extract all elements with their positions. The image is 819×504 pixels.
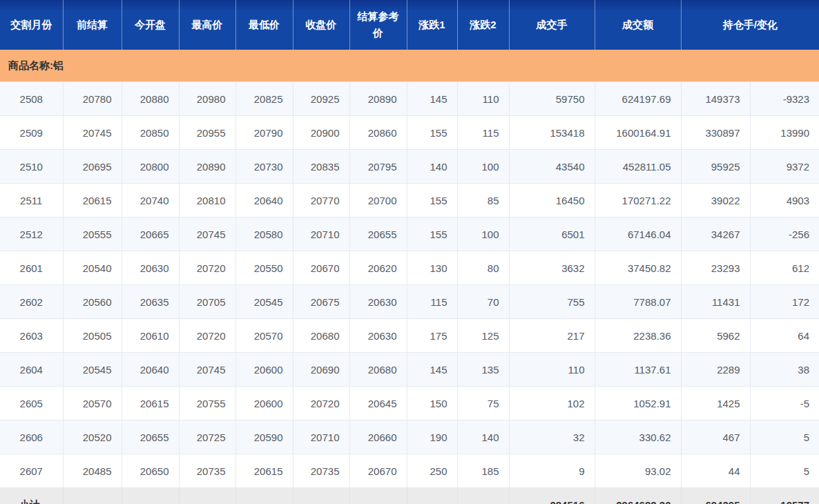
cell-month: 2602 xyxy=(0,285,63,319)
cell-change2: 140 xyxy=(457,420,509,454)
table-row: 2510206952080020890207302083520795140100… xyxy=(0,150,819,184)
cell-high: 20955 xyxy=(179,116,235,150)
cell-prev-settle: 20570 xyxy=(63,387,122,420)
cell-month: 2509 xyxy=(0,116,63,150)
cell-turnover: 170271.22 xyxy=(595,184,681,217)
cell-open-interest: 149373 xyxy=(681,82,750,116)
cell-change2: 100 xyxy=(457,150,509,184)
cell-change2: 185 xyxy=(457,454,509,488)
subtotal-empty-cell xyxy=(407,488,457,504)
table-row: 2601205402063020720205502067020620130803… xyxy=(0,251,819,285)
subtotal-empty-cell xyxy=(235,488,293,504)
cell-settle-ref: 20890 xyxy=(349,82,407,116)
cell-change1: 155 xyxy=(407,116,457,150)
table-body: 商品名称:铝 250820780208802098020825209252089… xyxy=(0,50,819,488)
cell-open: 20640 xyxy=(122,353,179,387)
cell-open: 20850 xyxy=(122,116,179,150)
commodity-name-label: 商品名称:铝 xyxy=(0,50,819,82)
cell-prev-settle: 20545 xyxy=(63,353,122,387)
cell-low: 20600 xyxy=(235,387,293,420)
cell-change1: 115 xyxy=(407,285,457,319)
cell-prev-settle: 20695 xyxy=(63,150,122,184)
cell-change2: 135 xyxy=(457,353,509,387)
cell-oi-change: -5 xyxy=(750,387,819,420)
table-header-row: 交割月份前结算今开盘最高价最低价收盘价结算参考价涨跌1涨跌2成交手成交额持仓手/… xyxy=(0,0,819,50)
cell-volume: 6501 xyxy=(509,217,595,251)
cell-oi-change: 4903 xyxy=(750,184,819,217)
col-header-turnover: 成交额 xyxy=(595,0,681,50)
col-header-open: 今开盘 xyxy=(122,0,179,50)
cell-open-interest: 95925 xyxy=(681,150,750,184)
subtotal-empty-cell xyxy=(179,488,235,504)
cell-change2: 85 xyxy=(457,184,509,217)
cell-month: 2512 xyxy=(0,217,63,251)
cell-low: 20730 xyxy=(235,150,293,184)
cell-month: 2604 xyxy=(0,353,63,387)
cell-open-interest: 39022 xyxy=(681,184,750,217)
subtotal-empty-cell xyxy=(122,488,179,504)
cell-month: 2603 xyxy=(0,319,63,353)
col-header-open-interest: 持仓手/变化 xyxy=(681,0,819,50)
cell-open: 20630 xyxy=(122,251,179,285)
cell-high: 20755 xyxy=(179,387,235,420)
cell-volume: 16450 xyxy=(509,184,595,217)
cell-change1: 145 xyxy=(407,353,457,387)
cell-prev-settle: 20520 xyxy=(63,420,122,454)
cell-high: 20735 xyxy=(179,454,235,488)
futures-quote-panel: 交割月份前结算今开盘最高价最低价收盘价结算参考价涨跌1涨跌2成交手成交额持仓手/… xyxy=(0,0,819,504)
table-row: 2508207802088020980208252092520890145110… xyxy=(0,82,819,116)
cell-month: 2508 xyxy=(0,82,63,116)
cell-close: 20925 xyxy=(293,82,349,116)
col-header-prev-settle: 前结算 xyxy=(63,0,122,50)
cell-open-interest: 330897 xyxy=(681,116,750,150)
col-header-month: 交割月份 xyxy=(0,0,63,50)
cell-oi-change: 64 xyxy=(750,319,819,353)
cell-settle-ref: 20620 xyxy=(349,251,407,285)
cell-change2: 80 xyxy=(457,251,509,285)
cell-high: 20725 xyxy=(179,420,235,454)
cell-oi-change: 9372 xyxy=(750,150,819,184)
cell-prev-settle: 20485 xyxy=(63,454,122,488)
cell-open: 20610 xyxy=(122,319,179,353)
cell-settle-ref: 20700 xyxy=(349,184,407,217)
cell-close: 20720 xyxy=(293,387,349,420)
cell-high: 20980 xyxy=(179,82,235,116)
cell-volume: 3632 xyxy=(509,251,595,285)
cell-open-interest: 23293 xyxy=(681,251,750,285)
cell-month: 2511 xyxy=(0,184,63,217)
cell-high: 20810 xyxy=(179,184,235,217)
cell-open-interest: 44 xyxy=(681,454,750,488)
cell-close: 20670 xyxy=(293,251,349,285)
table-row: 2512205552066520745205802071020655155100… xyxy=(0,217,819,251)
cell-change2: 75 xyxy=(457,387,509,420)
cell-month: 2607 xyxy=(0,454,63,488)
cell-volume: 9 xyxy=(509,454,595,488)
col-header-high: 最高价 xyxy=(179,0,235,50)
cell-change1: 155 xyxy=(407,217,457,251)
table-footer: 小计2845162964682.3069439519577 xyxy=(0,488,819,504)
cell-turnover: 2238.36 xyxy=(595,319,681,353)
cell-month: 2601 xyxy=(0,251,63,285)
cell-turnover: 330.62 xyxy=(595,420,681,454)
cell-oi-change: -256 xyxy=(750,217,819,251)
cell-volume: 110 xyxy=(509,353,595,387)
table-header: 交割月份前结算今开盘最高价最低价收盘价结算参考价涨跌1涨跌2成交手成交额持仓手/… xyxy=(0,0,819,50)
table-row: 2603205052061020720205702068020630175125… xyxy=(0,319,819,353)
cell-high: 20720 xyxy=(179,251,235,285)
cell-open: 20880 xyxy=(122,82,179,116)
cell-low: 20590 xyxy=(235,420,293,454)
cell-oi-change: -9323 xyxy=(750,82,819,116)
cell-high: 20745 xyxy=(179,217,235,251)
cell-open: 20655 xyxy=(122,420,179,454)
cell-oi-change: 5 xyxy=(750,454,819,488)
cell-close: 20835 xyxy=(293,150,349,184)
cell-change2: 110 xyxy=(457,82,509,116)
cell-close: 20675 xyxy=(293,285,349,319)
table-row: 2509207452085020955207902090020860155115… xyxy=(0,116,819,150)
col-header-low: 最低价 xyxy=(235,0,293,50)
cell-close: 20735 xyxy=(293,454,349,488)
cell-close: 20710 xyxy=(293,420,349,454)
col-header-close: 收盘价 xyxy=(293,0,349,50)
subtotal-volume: 284516 xyxy=(509,488,595,504)
subtotal-row: 小计2845162964682.3069439519577 xyxy=(0,488,819,504)
